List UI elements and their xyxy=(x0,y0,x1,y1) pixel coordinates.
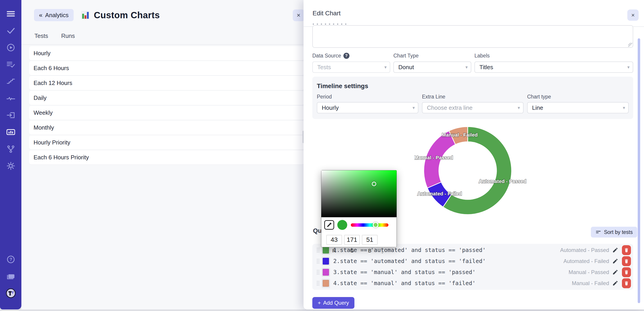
sidebar-item-logo[interactable] xyxy=(6,288,16,298)
query-color-button[interactable] xyxy=(322,256,330,266)
app-sidebar: ? xyxy=(0,0,22,309)
data-source-select[interactable]: Tests ▾ xyxy=(312,62,390,73)
sidebar-item-branches[interactable] xyxy=(6,144,16,154)
edit-query-button[interactable] xyxy=(612,258,618,264)
bar-chart-emoji-icon xyxy=(80,10,90,20)
query-drag-handle[interactable] xyxy=(316,280,320,286)
close-edit-panel-button[interactable]: × xyxy=(627,10,638,21)
timeline-chart-type-label: Chart type xyxy=(527,94,629,100)
close-charts-panel-button[interactable]: × xyxy=(293,10,304,21)
delete-query-button[interactable] xyxy=(622,245,631,255)
delete-query-button[interactable] xyxy=(622,267,631,277)
delete-query-button[interactable] xyxy=(622,256,631,266)
edit-pencil-icon xyxy=(612,280,618,286)
sidebar-item-docs[interactable] xyxy=(6,271,16,281)
timeline-chart-type-select[interactable]: Line ▾ xyxy=(527,102,629,113)
tab-runs[interactable]: Runs xyxy=(61,33,75,44)
extra-line-select[interactable]: Choose extra line ▾ xyxy=(422,102,524,113)
labels-select[interactable]: Titles ▾ xyxy=(474,62,633,73)
saturation-area[interactable] xyxy=(321,170,396,217)
current-color-swatch[interactable] xyxy=(337,220,347,230)
query-drag-handle[interactable] xyxy=(316,269,320,275)
edit-chart-header: Edit Chart xyxy=(304,0,644,27)
sidebar-item-menu[interactable] xyxy=(6,9,16,19)
panel-scrollbar[interactable] xyxy=(638,38,640,303)
sidebar-item-help[interactable]: ? xyxy=(6,254,16,264)
tab-tests[interactable]: Tests xyxy=(34,33,48,44)
query-title: Automated - Failed xyxy=(564,258,609,264)
hue-slider[interactable] xyxy=(351,223,388,227)
back-to-analytics-button[interactable]: « Analytics xyxy=(34,9,74,21)
query-color-button[interactable] xyxy=(322,278,330,288)
chevron-down-icon: ▾ xyxy=(623,105,625,110)
clipped-field-label xyxy=(313,24,346,25)
chart-type-label: Chart Type xyxy=(394,53,471,59)
extra-line-label: Extra Line xyxy=(422,94,524,100)
chevron-down-icon: ▾ xyxy=(412,105,415,110)
sort-by-tests-button[interactable]: Sort by tests xyxy=(591,227,637,237)
trash-icon xyxy=(624,247,629,253)
edit-pencil-icon xyxy=(612,258,618,264)
chevron-down-icon: ▾ xyxy=(627,65,630,70)
donut-slice-label: Manual - Failed xyxy=(442,132,478,138)
chevron-down-icon: ⌄ xyxy=(381,251,384,253)
sidebar-item-sign-in[interactable] xyxy=(6,110,16,120)
delete-query-button[interactable] xyxy=(622,278,631,288)
help-icon: ? xyxy=(6,255,15,264)
mode-toggle[interactable]: ⌃ ⌄ xyxy=(380,235,384,254)
trash-icon xyxy=(624,280,629,286)
query-expression: 3.state == 'manual' and status == 'passe… xyxy=(333,269,476,275)
donut-slice-label: Manual - Passed xyxy=(414,155,453,160)
sidebar-item-analytics[interactable] xyxy=(6,127,16,137)
query-color-swatch xyxy=(323,258,329,264)
edit-chart-title: Edit Chart xyxy=(312,10,341,17)
donut-slice-label: Automated - Failed xyxy=(417,191,462,196)
chart-list-item[interactable]: Hourly Priority xyxy=(29,135,304,150)
chart-list-item[interactable]: Daily xyxy=(29,91,304,105)
red-input[interactable] xyxy=(326,235,342,245)
chart-list-item[interactable]: Weekly xyxy=(29,106,304,120)
saturation-cursor[interactable] xyxy=(372,182,376,186)
description-textarea[interactable] xyxy=(312,25,633,48)
eyedropper-button[interactable] xyxy=(324,220,334,230)
drag-handle-icon xyxy=(316,280,320,286)
sidebar-item-steps[interactable] xyxy=(6,76,16,87)
add-query-button[interactable]: + Add Query xyxy=(312,297,354,309)
period-label: Period xyxy=(317,94,418,100)
edit-pencil-icon xyxy=(612,269,618,275)
runs-icon xyxy=(6,43,15,52)
edit-query-button[interactable] xyxy=(612,280,618,286)
sidebar-item-tests[interactable] xyxy=(6,26,16,36)
edit-query-button[interactable] xyxy=(612,247,618,253)
query-row: 4.state == 'manual' and status == 'faile… xyxy=(316,278,632,289)
chevrons-left-icon: « xyxy=(39,12,42,19)
logo-icon xyxy=(6,288,16,298)
chart-type-select[interactable]: Donut ▾ xyxy=(394,62,471,73)
branches-icon xyxy=(6,144,15,153)
chart-list-item[interactable]: Each 6 Hours xyxy=(29,61,304,75)
sidebar-item-pulse[interactable] xyxy=(6,93,16,103)
chart-list-item[interactable]: Hourly xyxy=(29,46,304,60)
hue-slider-thumb[interactable] xyxy=(373,222,378,228)
query-color-button[interactable] xyxy=(322,267,330,277)
sidebar-item-test-plans[interactable] xyxy=(6,59,16,70)
custom-charts-header: « Analytics Custom Charts xyxy=(22,0,305,21)
eyedropper-icon xyxy=(326,222,332,228)
query-drag-handle[interactable] xyxy=(316,247,320,253)
help-icon[interactable]: ? xyxy=(344,53,350,59)
drag-handle-icon xyxy=(316,258,320,264)
chart-list-item[interactable]: Each 12 Hours xyxy=(29,76,304,90)
chart-list-item[interactable]: Monthly xyxy=(29,121,304,135)
green-input[interactable] xyxy=(344,235,360,245)
donut-chart: Automated - PassedAutomated - FailedManu… xyxy=(414,123,527,220)
sidebar-item-runs[interactable] xyxy=(6,42,16,53)
chart-list-item[interactable]: Each 6 Hours Priority xyxy=(29,150,304,165)
analytics-icon xyxy=(6,128,16,137)
edit-query-button[interactable] xyxy=(612,269,618,275)
blue-input[interactable] xyxy=(362,235,378,245)
svg-text:?: ? xyxy=(9,257,12,262)
sidebar-item-settings[interactable] xyxy=(6,161,16,171)
query-drag-handle[interactable] xyxy=(316,258,320,264)
edit-pencil-icon xyxy=(612,247,618,253)
period-select[interactable]: Hourly ▾ xyxy=(317,102,418,113)
